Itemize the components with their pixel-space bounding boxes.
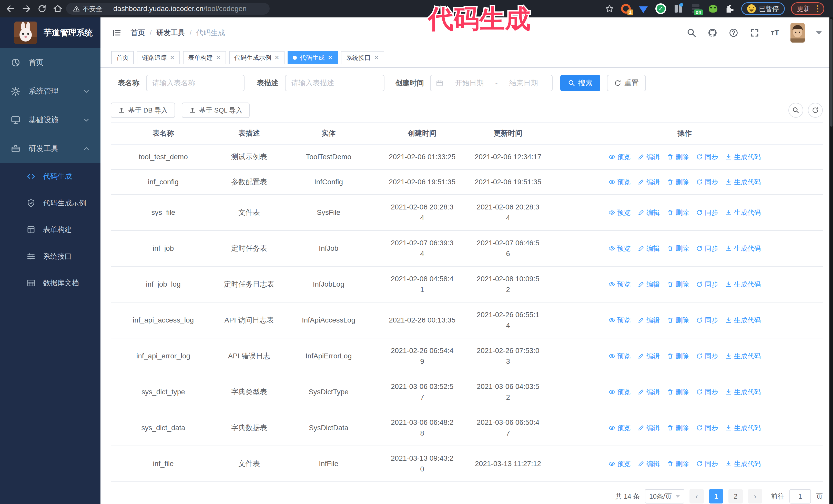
extension-gem-icon[interactable]: [638, 3, 649, 14]
tab-form-builder[interactable]: 表单构建 ✕: [183, 51, 226, 64]
tab-trace[interactable]: 链路追踪 ✕: [137, 51, 180, 64]
goto-page-input[interactable]: [789, 489, 811, 503]
sidebar-item-codegen-demo[interactable]: 代码生成示例: [0, 190, 100, 216]
breadcrumb-dev-tools[interactable]: 研发工具: [145, 28, 185, 38]
tab-home[interactable]: 首页: [111, 51, 134, 64]
tab-system-api[interactable]: 系统接口 ✕: [341, 51, 384, 64]
table-desc-input[interactable]: [285, 75, 384, 91]
preview-link[interactable]: 预览: [609, 423, 630, 433]
reset-button[interactable]: 重置: [607, 75, 646, 91]
db-import-button[interactable]: 基于 DB 导入: [111, 102, 175, 118]
page-size-select[interactable]: 10条/页: [645, 489, 684, 503]
scrollbar-thumb[interactable]: [830, 19, 832, 127]
sidebar-item-system[interactable]: 系统管理: [0, 77, 100, 105]
close-icon[interactable]: ✕: [216, 55, 221, 61]
edit-link[interactable]: 编辑: [638, 177, 660, 187]
sync-link[interactable]: 同步: [696, 279, 718, 290]
sidebar-item-infra[interactable]: 基础设施: [0, 105, 100, 134]
sidebar-item-form-builder[interactable]: 表单构建: [0, 216, 100, 243]
sync-link[interactable]: 同步: [696, 351, 718, 361]
sync-link[interactable]: 同步: [696, 315, 718, 326]
generate-code-link[interactable]: 生成代码: [725, 423, 761, 433]
bookmark-star-icon[interactable]: [605, 4, 614, 13]
extension-on-icon[interactable]: on: [690, 3, 701, 14]
extension-columns-icon[interactable]: [672, 3, 684, 14]
delete-link[interactable]: 删除: [667, 151, 689, 162]
toggle-search-button[interactable]: [788, 103, 803, 118]
browser-home-icon[interactable]: [53, 4, 63, 14]
preview-link[interactable]: 预览: [609, 207, 630, 218]
preview-link[interactable]: 预览: [609, 351, 630, 361]
generate-code-link[interactable]: 生成代码: [725, 315, 761, 326]
delete-link[interactable]: 删除: [667, 423, 689, 433]
browser-forward-icon[interactable]: [22, 4, 31, 14]
font-size-icon[interactable]: тT: [771, 28, 779, 37]
delete-link[interactable]: 删除: [667, 177, 689, 187]
page-button-1[interactable]: 1: [709, 489, 723, 503]
search-icon[interactable]: [687, 28, 696, 38]
sync-link[interactable]: 同步: [696, 207, 718, 218]
delete-link[interactable]: 删除: [667, 351, 689, 361]
edit-link[interactable]: 编辑: [638, 387, 660, 398]
close-icon[interactable]: ✕: [170, 55, 175, 61]
caret-down-icon[interactable]: [816, 31, 822, 34]
preview-link[interactable]: 预览: [609, 387, 630, 398]
edit-link[interactable]: 编辑: [638, 151, 660, 162]
delete-link[interactable]: 删除: [667, 387, 689, 398]
security-warning[interactable]: 不安全: [73, 4, 102, 13]
edit-link[interactable]: 编辑: [638, 315, 660, 326]
delete-link[interactable]: 删除: [667, 243, 689, 254]
preview-link[interactable]: 预览: [609, 177, 630, 187]
preview-link[interactable]: 预览: [609, 151, 630, 162]
generate-code-link[interactable]: 生成代码: [725, 387, 761, 398]
sidebar-item-codegen[interactable]: 代码生成: [0, 163, 100, 190]
preview-link[interactable]: 预览: [609, 243, 630, 254]
sync-link[interactable]: 同步: [696, 387, 718, 398]
github-icon[interactable]: [708, 28, 717, 38]
preview-link[interactable]: 预览: [609, 279, 630, 290]
paused-button[interactable]: 已暂停: [741, 2, 785, 15]
sync-link[interactable]: 同步: [696, 423, 718, 433]
sync-link[interactable]: 同步: [696, 151, 718, 162]
delete-link[interactable]: 删除: [667, 458, 689, 469]
help-icon[interactable]: [729, 28, 738, 38]
close-icon[interactable]: ✕: [328, 55, 333, 61]
prev-page-button[interactable]: ‹: [689, 489, 704, 503]
tab-codegen[interactable]: 代码生成 ✕: [288, 51, 338, 64]
sql-import-button[interactable]: 基于 SQL 导入: [182, 102, 250, 118]
close-icon[interactable]: ✕: [274, 55, 279, 61]
close-icon[interactable]: ✕: [374, 55, 379, 61]
fullscreen-icon[interactable]: [750, 28, 759, 38]
extensions-puzzle-icon[interactable]: [725, 4, 735, 14]
generate-code-link[interactable]: 生成代码: [725, 177, 761, 187]
generate-code-link[interactable]: 生成代码: [725, 243, 761, 254]
tab-codegen-demo[interactable]: 代码生成示例 ✕: [229, 51, 285, 64]
browser-menu-icon[interactable]: [817, 5, 818, 12]
edit-link[interactable]: 编辑: [638, 279, 660, 290]
delete-link[interactable]: 删除: [667, 279, 689, 290]
page-button-2[interactable]: 2: [729, 489, 743, 503]
generate-code-link[interactable]: 生成代码: [725, 351, 761, 361]
refresh-button[interactable]: [808, 103, 823, 118]
hamburger-icon[interactable]: [112, 28, 122, 37]
preview-link[interactable]: 预览: [609, 315, 630, 326]
update-button[interactable]: 更新: [791, 2, 824, 15]
generate-code-link[interactable]: 生成代码: [725, 207, 761, 218]
browser-back-icon[interactable]: [6, 4, 15, 14]
edit-link[interactable]: 编辑: [638, 351, 660, 361]
extension-check-icon[interactable]: ✓: [655, 3, 666, 14]
sidebar-item-db-doc[interactable]: 数据库文档: [0, 270, 100, 296]
next-page-button[interactable]: ›: [748, 489, 762, 503]
avatar[interactable]: [790, 23, 805, 43]
date-range-picker[interactable]: 开始日期 - 结束日期: [430, 75, 553, 91]
table-name-input[interactable]: [146, 75, 244, 91]
generate-code-link[interactable]: 生成代码: [725, 151, 761, 162]
generate-code-link[interactable]: 生成代码: [725, 279, 761, 290]
breadcrumb-home[interactable]: 首页: [131, 28, 145, 38]
generate-code-link[interactable]: 生成代码: [725, 458, 761, 469]
sync-link[interactable]: 同步: [696, 177, 718, 187]
sync-link[interactable]: 同步: [696, 458, 718, 469]
extension-frog-icon[interactable]: [708, 3, 719, 14]
sync-link[interactable]: 同步: [696, 243, 718, 254]
window-scrollbar[interactable]: [829, 18, 833, 504]
